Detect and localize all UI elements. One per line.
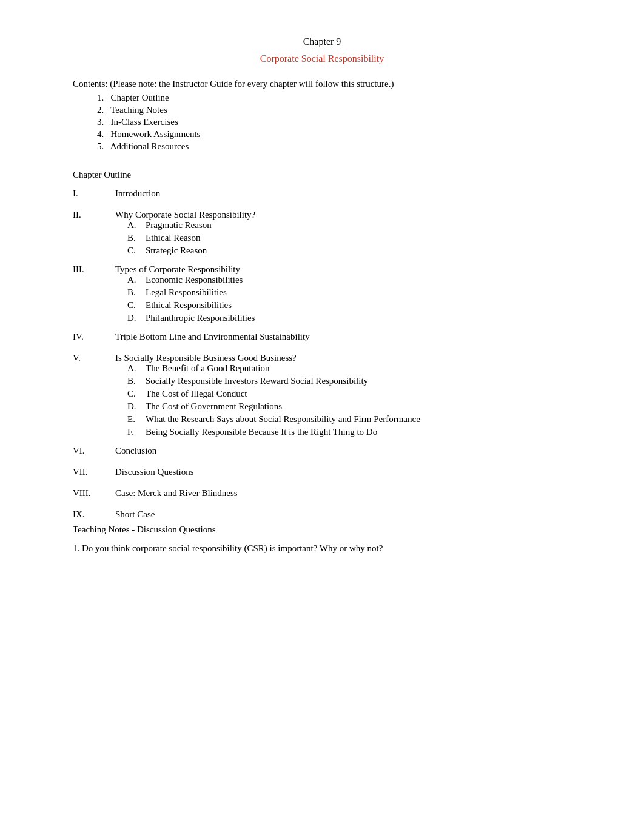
sub-letter: A. [127, 363, 146, 374]
roman-II: II. [73, 210, 115, 258]
outline-item-II-content: Why Corporate Social Responsibility? A. … [115, 210, 255, 258]
sub-text: Being Socially Responsible Because It is… [146, 427, 377, 437]
sub-text: Philanthropic Responsibilities [146, 313, 255, 323]
text-IV: Triple Bottom Line and Environmental Sus… [115, 332, 310, 342]
sub-letter: E. [127, 414, 146, 424]
sub-letter: B. [127, 233, 146, 243]
sub-letter: D. [127, 401, 146, 412]
sub-letter: C. [127, 246, 146, 256]
list-item: 3. In-Class Exercises [97, 117, 571, 127]
sub-item: D. The Cost of Government Regulations [115, 401, 420, 412]
outline-item-III: III. Types of Corporate Responsibility A… [73, 264, 571, 326]
text-VI: Conclusion [115, 446, 156, 456]
text-VIII: Case: Merck and River Blindness [115, 488, 238, 498]
sub-item: B. Ethical Reason [115, 233, 255, 243]
roman-VII: VII. [73, 467, 115, 477]
sub-item: B. Legal Responsibilities [115, 287, 255, 298]
sub-item: D. Philanthropic Responsibilities [115, 313, 255, 323]
sub-text: Ethical Reason [146, 233, 200, 243]
csr-title: Corporate Social Responsibility [73, 53, 571, 64]
sub-item: C. The Cost of Illegal Conduct [115, 389, 420, 399]
sub-item: A. Economic Responsibilities [115, 275, 255, 285]
roman-V: V. [73, 353, 115, 440]
sub-item: C. Ethical Responsibilities [115, 300, 255, 310]
page: Chapter 9 Corporate Social Responsibilit… [0, 0, 644, 835]
roman-IX: IX. [73, 509, 115, 520]
outline-item-VII: VII. Discussion Questions [73, 467, 571, 477]
sub-letter: D. [127, 313, 146, 323]
text-VII: Discussion Questions [115, 467, 194, 477]
outline-item-VIII: VIII. Case: Merck and River Blindness [73, 488, 571, 498]
contents-block: Contents: (Please note: the Instructor G… [73, 79, 571, 152]
outline-item-V-content: Is Socially Responsible Business Good Bu… [115, 353, 420, 440]
sub-text: The Cost of Government Regulations [146, 401, 282, 412]
sub-letter: F. [127, 427, 146, 437]
sub-item: F. Being Socially Responsible Because It… [115, 427, 420, 437]
sub-text: Socially Responsible Investors Reward So… [146, 376, 368, 386]
list-item: 4. Homework Assignments [97, 129, 571, 139]
outline-section: I. Introduction II. Why Corporate Social… [73, 189, 571, 520]
sub-letter: C. [127, 389, 146, 399]
question-1: 1. Do you think corporate social respons… [73, 543, 571, 554]
sub-text: Strategic Reason [146, 246, 207, 256]
subs-V: A. The Benefit of a Good Reputation B. S… [115, 363, 420, 437]
sub-text: Pragmatic Reason [146, 220, 212, 230]
list-item: 5. Additional Resources [97, 141, 571, 152]
outline-item-VI: VI. Conclusion [73, 446, 571, 456]
sub-letter: B. [127, 376, 146, 386]
outline-item-II: II. Why Corporate Social Responsibility?… [73, 210, 571, 258]
chapter-outline-heading: Chapter Outline [73, 170, 571, 180]
sub-text: Ethical Responsibilities [146, 300, 232, 310]
outline-item-IX: IX. Short Case [73, 509, 571, 520]
roman-I: I. [73, 189, 115, 199]
sub-item: B. Socially Responsible Investors Reward… [115, 376, 420, 386]
outline-item-IV: IV. Triple Bottom Line and Environmental… [73, 332, 571, 342]
sub-letter: C. [127, 300, 146, 310]
text-II: Why Corporate Social Responsibility? [115, 210, 255, 220]
text-I: Introduction [115, 189, 160, 199]
outline-item-V: V. Is Socially Responsible Business Good… [73, 353, 571, 440]
outline-item-I: I. Introduction [73, 189, 571, 199]
sub-text: What the Research Says about Social Resp… [146, 414, 420, 424]
outline-item-III-content: Types of Corporate Responsibility A. Eco… [115, 264, 255, 326]
roman-VI: VI. [73, 446, 115, 456]
sub-text: Legal Responsibilities [146, 287, 227, 298]
roman-IV: IV. [73, 332, 115, 342]
subs-III: A. Economic Responsibilities B. Legal Re… [115, 275, 255, 323]
sub-text: Economic Responsibilities [146, 275, 243, 285]
list-item: 1. Chapter Outline [97, 93, 571, 103]
sub-item: C. Strategic Reason [115, 246, 255, 256]
roman-VIII: VIII. [73, 488, 115, 498]
sub-item: E. What the Research Says about Social R… [115, 414, 420, 424]
sub-text: The Cost of Illegal Conduct [146, 389, 247, 399]
text-IX: Short Case [115, 509, 155, 520]
sub-item: A. Pragmatic Reason [115, 220, 255, 230]
sub-letter: A. [127, 220, 146, 230]
list-item: 2. Teaching Notes [97, 105, 571, 115]
text-III: Types of Corporate Responsibility [115, 264, 240, 274]
sub-item: A. The Benefit of a Good Reputation [115, 363, 420, 374]
sub-letter: A. [127, 275, 146, 285]
teaching-notes-heading: Teaching Notes - Discussion Questions [73, 525, 571, 535]
text-V: Is Socially Responsible Business Good Bu… [115, 353, 297, 363]
sub-text: The Benefit of a Good Reputation [146, 363, 270, 374]
roman-III: III. [73, 264, 115, 326]
subs-II: A. Pragmatic Reason B. Ethical Reason C.… [115, 220, 255, 256]
contents-list: 1. Chapter Outline 2. Teaching Notes 3. … [73, 93, 571, 152]
contents-intro: Contents: (Please note: the Instructor G… [73, 79, 571, 89]
sub-letter: B. [127, 287, 146, 298]
chapter-title: Chapter 9 [73, 36, 571, 47]
